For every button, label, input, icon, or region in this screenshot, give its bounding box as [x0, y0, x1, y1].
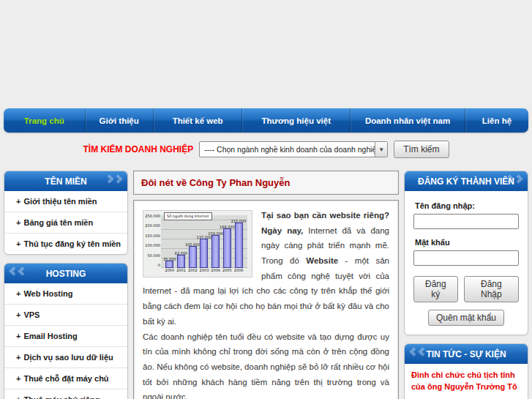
plus-icon: + — [16, 310, 20, 319]
domain-box: TÊN MIỀN +Giới thiệu tên miền +Bảng giá … — [4, 171, 128, 255]
chevron-down-icon[interactable]: ▼ — [375, 142, 387, 157]
double-chevron-right-icon — [506, 176, 522, 182]
sidebar-item-backup-service[interactable]: +Dịch vụ sao lưu dữ liệu — [4, 347, 127, 368]
sidebar-item-label: Dịch vụ sao lưu dữ liệu — [23, 353, 113, 362]
sidebar-item-web-hosting[interactable]: +Web Hosting — [4, 283, 127, 305]
chart-bar: 62.000 — [177, 255, 185, 268]
sidebar-item-label: VPS — [23, 310, 40, 319]
sidebar-item-domain-pricing[interactable]: +Bảng giá tên miền — [4, 212, 127, 234]
double-chevron-left-icon — [10, 268, 26, 275]
right-sidebar: ĐĂNG KÝ THÀNH VIÊN Tên đăng nhập: Mật kh… — [404, 171, 528, 399]
sidebar-item-label: Thuê chỗ đặt máy chủ — [23, 374, 108, 383]
news-item: Đình chỉ chức chủ tịch tỉnh của ông Nguy… — [405, 364, 528, 399]
content-columns: TÊN MIỀN +Giới thiệu tên miền +Bảng giá … — [0, 166, 532, 399]
chart-bar: 188.000 — [223, 228, 231, 268]
password-label: Mật khẩu — [415, 238, 519, 247]
sidebar-item-domain-intro[interactable]: +Giới thiệu tên miền — [4, 191, 127, 212]
domain-box-header: TÊN MIỀN — [4, 171, 127, 191]
sidebar-item-domain-procedure[interactable]: +Thủ tục đăng ký tên miền — [4, 234, 127, 254]
username-input[interactable] — [413, 214, 519, 229]
plus-icon: + — [16, 332, 20, 340]
sidebar-item-label: Web Hosting — [23, 289, 72, 298]
article-chart-yaxis: 250.000200.000150.000100.00050.0000 — [144, 213, 160, 269]
left-sidebar: TÊN MIỀN +Giới thiệu tên miền +Bảng giá … — [4, 171, 128, 399]
plus-icon: + — [16, 395, 20, 399]
industry-select-value: ---- Chọn ngành nghề kinh doanh của doan… — [200, 142, 375, 157]
article-chart-plot: 35.000200062.0002001105.0002002137.00020… — [161, 215, 247, 268]
sidebar-item-server-colocation[interactable]: +Thuê chỗ đặt máy chủ — [4, 368, 127, 389]
plus-icon: + — [16, 197, 20, 206]
nav-item-viet-businessman[interactable]: Doanh nhân việt nam — [351, 108, 465, 133]
nav-item-viet-brand[interactable]: Thương hiệu việt — [242, 108, 351, 133]
sidebar-item-label: Giới thiệu tên miền — [23, 197, 97, 206]
sidebar-item-vps[interactable]: +VPS — [4, 305, 127, 326]
growth-chart-image: Số người dùng Internet 250.000200.000150… — [143, 210, 252, 277]
news-box: TIN TỨC - SỰ KIỆN Đình chỉ chức chủ tịch… — [404, 343, 528, 399]
chart-bar: 158.000 — [211, 235, 220, 268]
industry-select[interactable]: ---- Chọn ngành nghề kinh doanh của doan… — [199, 141, 388, 157]
plus-icon: + — [16, 218, 20, 227]
domain-box-title: TÊN MIỀN — [45, 176, 86, 187]
hosting-box: HOSTING +Web Hosting +VPS +Email Hosting… — [4, 263, 128, 399]
register-box-title: ĐĂNG KÝ THÀNH VIÊN — [418, 176, 514, 187]
chart-plot-area: 35.000200062.0002001105.0002002137.00020… — [161, 215, 247, 268]
sidebar-item-label: Thuê máy chủ riêng — [23, 395, 100, 399]
double-chevron-right-icon — [106, 176, 121, 182]
article-title: Đôi nét về Công Ty Phan Nguyễn — [141, 177, 290, 188]
article-body: Số người dùng Internet 250.000200.000150… — [134, 201, 398, 399]
news-headline[interactable]: Đình chỉ chức chủ tịch tỉnh của ông Nguy… — [411, 370, 521, 393]
article-paragraph-2: Các doanh nghiệp tên tuổi đều có website… — [143, 329, 389, 399]
login-button[interactable]: Đăng Nhập — [464, 276, 519, 302]
username-label: Tên đăng nhập: — [415, 201, 519, 210]
news-box-title: TIN TỨC - SỰ KIỆN — [426, 349, 506, 359]
sidebar-item-dedicated-server[interactable]: +Thuê máy chủ riêng — [4, 389, 127, 399]
register-button[interactable]: Đăng ký — [413, 276, 458, 302]
sidebar-item-label: Thủ tục đăng ký tên miền — [23, 239, 121, 248]
main-content: Đôi nét về Công Ty Phan Nguyễn Số người … — [133, 171, 399, 399]
search-button[interactable]: Tìm kiếm — [394, 141, 449, 158]
chart-legend: Số người dùng Internet — [164, 212, 212, 220]
hosting-box-title: HOSTING — [46, 269, 86, 279]
search-label: TÌM KIẾM DOANH NGHIỆP — [83, 144, 193, 154]
sidebar-item-label: Bảng giá tên miền — [23, 218, 93, 227]
main-navigation: Trang chủ Giới thiệu Thiết kế web Thương… — [4, 108, 528, 133]
double-chevron-left-icon — [411, 348, 426, 355]
password-input[interactable] — [413, 250, 519, 266]
article-title-box: Đôi nét về Công Ty Phan Nguyễn — [133, 171, 399, 195]
register-box: ĐĂNG KÝ THÀNH VIÊN Tên đăng nhập: Mật kh… — [404, 171, 528, 335]
forgot-row: Quên mật khẩu — [413, 310, 519, 326]
news-box-header: TIN TỨC - SỰ KIỆN — [405, 344, 528, 364]
chart-bar: 215.000 — [235, 223, 243, 268]
nav-item-home[interactable]: Trang chủ — [4, 108, 86, 133]
nav-item-about[interactable]: Giới thiệu — [86, 108, 154, 133]
business-search-bar: TÌM KIẾM DOANH NGHIỆP ---- Chọn ngành ng… — [0, 133, 532, 166]
nav-item-contact[interactable]: Liên hệ — [465, 108, 528, 133]
nav-item-webdesign[interactable]: Thiết kế web — [154, 108, 242, 133]
login-buttons-row: Đăng ký Đăng Nhập — [413, 276, 519, 302]
register-box-header: ĐĂNG KÝ THÀNH VIÊN — [405, 171, 528, 191]
plus-icon: + — [16, 353, 20, 362]
login-form: Tên đăng nhập: Mật khẩu Đăng ký Đăng Nhậ… — [405, 191, 528, 335]
forgot-password-button[interactable]: Quên mật khẩu — [428, 310, 504, 326]
article-box: Số người dùng Internet 250.000200.000150… — [133, 200, 399, 399]
hosting-box-header: HOSTING — [4, 264, 127, 283]
chart-bar: 137.000 — [200, 239, 208, 268]
chart-bar: 105.000 — [189, 246, 197, 268]
plus-icon: + — [16, 289, 20, 298]
sidebar-item-label: Email Hosting — [23, 332, 77, 340]
sidebar-item-email-hosting[interactable]: +Email Hosting — [4, 326, 127, 347]
plus-icon: + — [16, 374, 20, 383]
article-bold-word: Website — [306, 256, 338, 265]
top-banner-area — [0, 0, 532, 108]
plus-icon: + — [16, 239, 20, 248]
